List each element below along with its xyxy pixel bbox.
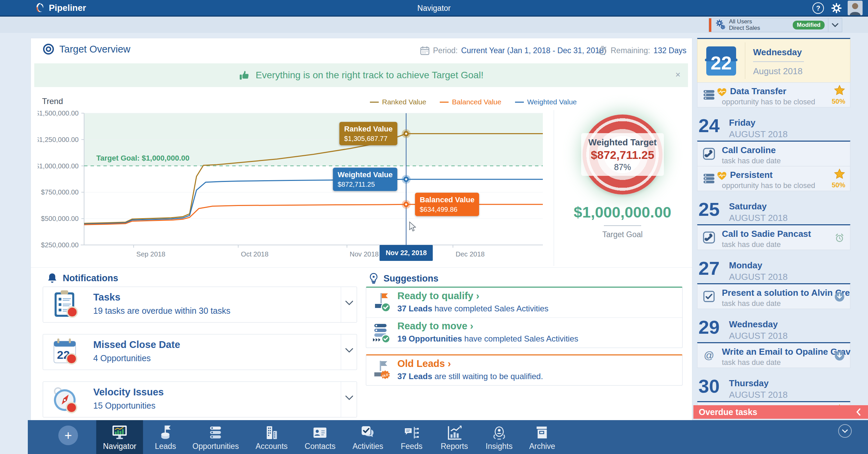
calendar-22-icon: 22 <box>50 336 81 368</box>
pipeline-selector[interactable]: All Users Direct Sales Modified <box>709 18 842 32</box>
trend-chart[interactable]: $1,500,000.00$1,250,000.00$1,000,000.00$… <box>38 108 550 267</box>
download-icon <box>834 292 845 302</box>
nav-label: Insights <box>486 442 512 451</box>
mouse-cursor <box>409 221 418 232</box>
gauge-value: $872,711.25 <box>591 148 654 162</box>
agenda-day-header: 30 Thursday AUGUST 2018 <box>697 377 850 401</box>
add-button[interactable]: + <box>58 426 78 445</box>
legend-item[interactable]: Ranked Value <box>370 98 426 106</box>
heart-health-icon <box>717 172 727 181</box>
card-divider <box>341 287 341 322</box>
agenda-task-item[interactable]: Persistent opportunity has to be closed … <box>697 166 850 191</box>
opportunity-icon <box>703 89 715 101</box>
notification-card[interactable]: Tasks 19 tasks are overdue within 30 tas… <box>43 287 357 323</box>
nav-item-contacts[interactable]: Contacts <box>305 420 336 454</box>
today-card[interactable]: 22 Wednesday August 2018 <box>697 38 850 82</box>
suggestion-row[interactable]: Ready to qualify › 37 Leads have complet… <box>366 288 682 317</box>
agenda-task-item[interactable]: Call Caroline task has due date <box>697 142 850 166</box>
nav-item-accounts[interactable]: Accounts <box>256 420 288 454</box>
user-avatar[interactable] <box>848 1 863 15</box>
legend-item[interactable]: Weighted Value <box>515 98 577 106</box>
star-glyph[interactable] <box>834 168 845 180</box>
old-leads-icon: OLD <box>372 359 393 380</box>
tasks-clipboard-icon <box>50 289 81 320</box>
suggestion-title[interactable]: Old Leads › <box>397 358 451 369</box>
activities-icon <box>353 423 383 440</box>
chart-gauge-divider <box>554 110 554 266</box>
help-icon[interactable]: ? <box>812 2 824 14</box>
agenda-day-header: 25 Saturday AUGUST 2018 <box>697 200 850 224</box>
nav-item-reports[interactable]: Reports <box>441 420 468 454</box>
agenda-day-card: @ Write an Email to Opaline Gravy task h… <box>697 342 850 368</box>
nav-item-leads[interactable]: Leads <box>155 420 176 454</box>
legend-swatch <box>515 102 524 103</box>
balanced-value-marker: Balanced Value $634,499.86 <box>415 193 479 216</box>
day-month: AUGUST 2018 <box>729 390 788 400</box>
chevron-down-icon[interactable] <box>345 301 353 307</box>
velocity-compass-icon <box>50 384 81 415</box>
banner-close-icon[interactable]: × <box>675 69 680 80</box>
target-icon <box>42 43 55 55</box>
task-subtitle: task has due date <box>722 299 781 308</box>
legend-item[interactable]: Balanced Value <box>440 98 501 106</box>
agenda-task-item[interactable]: Miller <box>697 402 850 405</box>
overview-title: Target Overview <box>59 44 131 55</box>
suggestions-title: Suggestions <box>383 273 438 284</box>
agenda-task-item[interactable]: Present a solution to Alvin Cre… task ha… <box>697 284 850 309</box>
card-divider <box>341 334 341 370</box>
banner-message: Everything is on the right track to achi… <box>256 70 484 81</box>
settings-gears-icon <box>715 19 726 31</box>
suggestion-row[interactable]: OLD Old Leads › 37 Leads are still waiti… <box>366 355 682 385</box>
day-weekday: Friday <box>729 118 755 128</box>
chart-legend: Ranked Value Balanced Value Weighted Val… <box>350 98 577 106</box>
notifications-title: Notifications <box>63 273 118 284</box>
suggestion-title[interactable]: Ready to move › <box>397 321 473 332</box>
accounts-icon <box>256 423 288 440</box>
selector-chevron[interactable] <box>828 18 842 32</box>
notification-card[interactable]: Velocity Issues 15 Opportunities <box>43 381 357 417</box>
svg-text:$750,000.00: $750,000.00 <box>41 188 79 196</box>
target-overview-panel: Target Overview Period: Current Year (Ja… <box>31 38 692 421</box>
agenda-task-item[interactable]: @ Write an Email to Opaline Gravy task h… <box>697 343 850 368</box>
day-number: 30 <box>698 377 719 396</box>
agenda-sidebar: 22 Wednesday August 2018 Data Transfer o… <box>697 38 850 405</box>
phone-icon <box>703 231 715 244</box>
nav-item-opportunities[interactable]: Opportunities <box>193 420 239 454</box>
nav-item-feeds[interactable]: Feeds <box>401 420 422 454</box>
day-number: 24 <box>698 116 719 135</box>
svg-text:$500,000.00: $500,000.00 <box>41 215 79 222</box>
agenda-task-item[interactable]: Call to Sadie Pancast task has due date <box>697 225 850 250</box>
notification-subtitle: 15 Opportunities <box>93 401 155 411</box>
gauge-percent: 87% <box>614 162 631 172</box>
star-glyph[interactable] <box>834 85 845 96</box>
svg-text:Target Goal: $1,000,000.00: Target Goal: $1,000,000.00 <box>96 154 190 162</box>
collapse-down-icon[interactable] <box>838 424 852 438</box>
day-month: AUGUST 2018 <box>729 213 788 223</box>
nav-item-archive[interactable]: Archive <box>529 420 555 454</box>
chevron-down-icon[interactable] <box>345 395 353 401</box>
nav-item-activities[interactable]: Activities <box>353 420 383 454</box>
nav-item-insights[interactable]: Insights <box>486 420 512 454</box>
suggestion-row[interactable]: Ready to move › 19 Opportunities have co… <box>366 317 682 348</box>
day-number: 25 <box>698 200 719 219</box>
agenda-day-card: Call to Sadie Pancast task has due date <box>697 224 850 250</box>
email-icon: @ <box>703 349 715 362</box>
day-month: AUGUST 2018 <box>729 272 788 282</box>
feeds-icon <box>401 423 422 440</box>
task-subtitle: opportunity has to be closed <box>722 98 815 106</box>
suggestion-title[interactable]: Ready to qualify › <box>397 290 479 302</box>
agenda-task-item[interactable]: Data Transfer opportunity has to be clos… <box>697 83 850 107</box>
svg-text:Oct 2018: Oct 2018 <box>241 250 269 258</box>
task-title: Present a solution to Alvin Cre… <box>722 288 850 298</box>
archive-icon <box>529 423 555 440</box>
navigator-icon <box>103 423 136 440</box>
move-pipeline-icon <box>372 322 393 343</box>
gear-icon[interactable] <box>831 2 842 14</box>
notification-card[interactable]: 22 Missed Close Date 4 Opportunities <box>43 334 357 370</box>
legend-label: Ranked Value <box>382 98 426 106</box>
svg-text:$1,500,000.00: $1,500,000.00 <box>38 109 79 117</box>
collapse-left-icon[interactable] <box>856 408 861 416</box>
overdue-tasks-banner[interactable]: Overdue tasks <box>693 405 868 419</box>
nav-item-navigator[interactable]: Navigator <box>96 420 143 454</box>
chevron-down-icon[interactable] <box>345 348 353 354</box>
